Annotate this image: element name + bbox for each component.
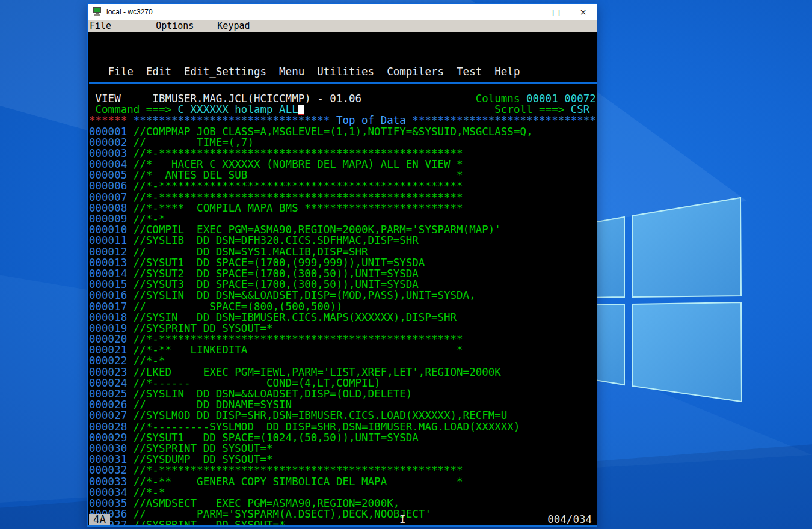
terminal-text: //*-* (127, 486, 165, 498)
terminal-text: //*-**** COMPILA MAPA BMS **************… (127, 202, 463, 214)
terminal-text: 000029 (89, 432, 127, 444)
terminal-text: //ASMDSECT EXEC PGM=ASMA90,REGION=2000K, (127, 497, 399, 509)
terminal-text: //SYSLIB DD DSN=DFH320.CICS.SDFHMAC,DISP… (127, 234, 419, 246)
terminal-row: 000016 //SYSLIN DD DSN=&&LOADSET,DISP=(M… (89, 290, 597, 301)
terminal-text: 000018 (89, 311, 127, 323)
windows-logo-pane (632, 302, 742, 402)
operator-info-area: 4A I 004/034 (89, 514, 595, 525)
terminal-row: 000020 //*-*****************************… (89, 334, 597, 344)
ispf-separator (89, 82, 597, 93)
menu-keypad[interactable]: Keypad (217, 20, 250, 31)
window-title: local - wc3270 (106, 8, 153, 16)
terminal-row: 000001 //COMPMAP JOB CLASS=A,MSGLEVEL=(1… (89, 126, 597, 137)
terminal-text: 000003 (89, 147, 127, 159)
terminal-text: // SPACE=(800,(500,500)) (127, 301, 342, 313)
terminal-text: 000010 (89, 224, 127, 236)
terminal-text: _____________________________ (304, 103, 488, 115)
terminal-text: 000009 (89, 213, 127, 225)
terminal-row: 000031 //SYSDUMP DD SYSOUT=* (89, 454, 597, 465)
terminal-text: 000033 (89, 475, 127, 488)
terminal-text: 000034 (89, 486, 127, 498)
terminal-row: 000030 //SYSPRINT DD SYSOUT=* (89, 443, 597, 454)
close-button[interactable]: × (570, 4, 597, 20)
terminal-text: //*-************************************… (127, 147, 463, 159)
terminal-row: 000014 //SYSUT2 DD SPACE=(1700,(300,50))… (89, 268, 597, 279)
terminal-row: 000027 //SYSLMOD DD DISP=SHR,DSN=IBMUSER… (89, 410, 597, 421)
terminal-text: // DD DSN=SYS1.MACLIB,DISP=SHR (127, 246, 368, 258)
terminal-row: 000021 //*-** LINKEDITA * (89, 344, 597, 355)
terminal-text: 000008 (89, 202, 127, 214)
terminal-text: //*-************************************… (127, 180, 463, 192)
terminal-text: CSR_ (571, 103, 596, 115)
terminal-row: 000029 //SYSUT1 DD SPACE=(1024,(50,50)),… (89, 432, 597, 443)
terminal-text: //*-************************************… (127, 191, 463, 203)
command-line[interactable]: Command ===> C_XXXXXX_holamp_ALL _______… (89, 104, 597, 115)
terminal-row: 000019 //SYSPRINT DD SYSOUT=* (89, 323, 597, 334)
terminal-text: 000030 (89, 442, 127, 454)
minimize-button[interactable]: – (515, 4, 543, 20)
terminal-text: Columns (361, 93, 520, 105)
menu-options[interactable]: Options (156, 20, 194, 31)
terminal-text: 000017 (89, 301, 127, 313)
terminal-row: 000012 // DD DSN=SYS1.MACLIB,DISP=SHR (89, 246, 597, 257)
terminal-row: 000035 //ASMDSECT EXEC PGM=ASMA90,REGION… (89, 498, 597, 509)
terminal-text: //COMPMAP JOB CLASS=A,MSGLEVEL=(1,1),NOT… (127, 126, 532, 138)
terminal-row: 000004 //* HACER C XXXXXX (NOMBRE DEL MA… (89, 159, 597, 170)
terminal-row: 000011 //SYSLIB DD DSN=DFH320.CICS.SDFHM… (89, 235, 597, 246)
terminal-text: 000019 (89, 322, 127, 334)
title-line: VIEW IBMUSER.MAG.JCL(HCICCMMP) - 01.06 C… (89, 93, 597, 104)
wc3270-window: local - wc3270 – □ × File Options Keypad… (87, 3, 597, 527)
terminal-text: C_XXXXXX_holamp_ALL (178, 103, 298, 115)
terminal-text: 000016 (89, 289, 127, 301)
terminal-text: //LKED EXEC PGM=IEWL,PARM='LIST,XREF,LET… (127, 366, 501, 378)
terminal-text: //* ANTES DEL SUB * (127, 169, 463, 181)
terminal-text: 000011 (89, 234, 127, 246)
windows-logo-pane (632, 198, 741, 297)
terminal-row: 000006 //*-*****************************… (89, 180, 597, 191)
title-bar[interactable]: local - wc3270 – □ × (88, 4, 597, 20)
terminal-text: 000031 (89, 453, 127, 465)
terminal-app-icon (93, 7, 102, 16)
maximize-button[interactable]: □ (543, 4, 570, 20)
terminal-text: 000002 (89, 136, 127, 148)
terminal-text: // DD DDNAME=SYSIN (127, 399, 292, 411)
terminal-row: 000024 //*------ COND=(4,LT,COMPIL) (89, 378, 597, 388)
terminal-screen[interactable]: File Edit Edit_Settings Menu Utilities C… (88, 32, 597, 525)
terminal-text: 000035 (89, 497, 127, 509)
terminal-text: 000028 (89, 421, 127, 433)
oia-cursor-position: 004/034 (547, 514, 592, 525)
ispf-action-bar[interactable]: File Edit Edit_Settings Menu Utilities C… (89, 66, 597, 77)
terminal-row: 000025 //SYSLIN DD DSN=&&LOADSET,DISP=(O… (89, 388, 597, 399)
terminal-row: 000007 //*-*****************************… (89, 192, 597, 203)
terminal-text: //SYSUT1 DD SPACE=(1700,(999,999)),UNIT=… (127, 257, 425, 269)
terminal-row: 000015 //SYSUT3 DD SPACE=(1700,(300,50))… (89, 279, 597, 290)
terminal-text: //SYSDUMP DD SYSOUT=* (127, 453, 272, 465)
terminal-text: File Edit Edit_Settings Menu Utilities C… (89, 66, 520, 78)
terminal-row: 000005 //* ANTES DEL SUB * (89, 170, 597, 180)
terminal-row: 000028 //*---------SYSLMOD DD DISP=SHR,D… (89, 421, 597, 432)
terminal-text: //SYSIN DD DSN=IBMUSER.CICS.MAPS(XXXXXX)… (127, 311, 457, 323)
action-bar-divider (89, 82, 597, 84)
terminal-row: 000009 //*-* (89, 213, 597, 224)
terminal-text: 000023 (89, 366, 127, 378)
terminal-text: VIEW IBMUSER.MAG.JCL(HCICCMMP) - 01.06 (89, 93, 361, 105)
terminal-text: 000025 (89, 388, 127, 400)
menu-file[interactable]: File (90, 20, 111, 31)
terminal-text: Top of Data (330, 114, 412, 126)
terminal-text: 000021 (89, 344, 127, 356)
terminal-text: //SYSUT1 DD SPACE=(1024,(50,50)),UNIT=SY… (127, 432, 419, 444)
terminal-row: 000002 // TIME=(,7) (89, 137, 597, 148)
terminal-text: 000032 (89, 464, 127, 476)
terminal-text: Command ===> (89, 103, 178, 115)
terminal-text: ****** (89, 114, 127, 126)
terminal-text: ***************************** (412, 114, 596, 126)
terminal-text: 000026 (89, 399, 127, 411)
terminal-row: 000008 //*-**** COMPILA MAPA BMS *******… (89, 203, 597, 213)
terminal-text: //SYSUT3 DD SPACE=(1700,(300,50)),UNIT=S… (127, 278, 419, 290)
terminal-text: //*-** LINKEDITA * (127, 344, 463, 356)
terminal-text: //SYSUT2 DD SPACE=(1700,(300,50)),UNIT=S… (127, 268, 419, 280)
terminal-row: 000017 // SPACE=(800,(500,500)) (89, 301, 597, 312)
terminal-text: 000015 (89, 278, 127, 290)
terminal-text: 000020 (89, 333, 127, 345)
terminal-text: //*-* (127, 355, 165, 367)
